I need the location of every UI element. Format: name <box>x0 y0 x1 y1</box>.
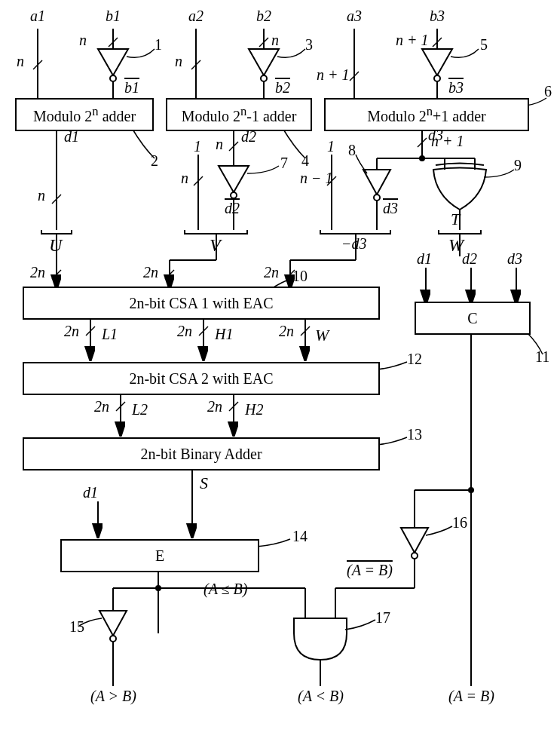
width-a2: n <box>175 53 182 70</box>
c-d1: d1 <box>417 250 432 268</box>
width-d2: n <box>216 136 223 153</box>
w-H2: 2n <box>207 398 222 415</box>
w-H1: 2n <box>177 323 192 340</box>
modulo-2n-adder: Modulo 2n adder <box>15 98 154 131</box>
ref-17: 17 <box>375 609 390 627</box>
label-b1: b1 <box>106 8 121 25</box>
sig-W: W <box>448 235 464 256</box>
ref-13: 13 <box>407 426 422 443</box>
modulo-2n-p1-adder: Modulo 2n+1 adder <box>324 98 529 131</box>
width-d1: n <box>38 187 45 204</box>
sig-minus-d3: −d3 <box>341 235 367 253</box>
ref-1: 1 <box>155 36 162 54</box>
aeqb-bar: (A = B) <box>347 562 393 579</box>
ref-11: 11 <box>535 348 549 366</box>
w-L2: 2n <box>94 398 109 415</box>
ref-16: 16 <box>452 514 467 532</box>
c-d3: d3 <box>507 250 522 268</box>
sig-U: U <box>49 235 62 256</box>
ref-4: 4 <box>301 152 309 170</box>
b1bar: b1 <box>124 79 139 97</box>
sig-H2: H2 <box>245 401 263 418</box>
binary-adder-box: 2n-bit Binary Adder <box>23 437 380 470</box>
width-b1: n <box>79 32 87 49</box>
svg-point-31 <box>374 195 380 201</box>
res-aeqb: (A = B) <box>448 688 494 705</box>
width-d3: n + 1 <box>431 133 464 150</box>
svg-point-79 <box>412 553 418 559</box>
sig-W2: W <box>315 326 329 345</box>
label-a1: a1 <box>30 8 45 25</box>
label-b3: b3 <box>430 8 445 25</box>
ref-8: 8 <box>348 142 356 159</box>
b3bar: b3 <box>448 79 464 97</box>
sig-T: T <box>451 210 460 229</box>
modulo-2n-1-adder: Modulo 2n-1 adder <box>166 98 312 131</box>
C-box: C <box>415 302 531 335</box>
res-altb: (A < B) <box>298 688 344 705</box>
ref-14: 14 <box>292 528 308 545</box>
d3bar: d3 <box>383 200 398 217</box>
width-a3: n + 1 <box>317 66 350 84</box>
sig-H1: H1 <box>215 326 233 343</box>
svg-point-10 <box>261 75 267 81</box>
width-md3: 2n <box>264 264 279 281</box>
d2bar: d2 <box>225 200 240 217</box>
ref-10: 10 <box>292 268 308 285</box>
sig-L1: L1 <box>102 326 118 343</box>
width-1d3: n − 1 <box>300 170 333 187</box>
sig-L2: L2 <box>132 401 148 418</box>
b2bar: b2 <box>275 79 290 97</box>
res-agtb: (A > B) <box>90 688 136 705</box>
c-d2: d2 <box>462 250 477 268</box>
svg-point-16 <box>434 75 440 81</box>
csa1-box: 2n-bit CSA 1 with EAC <box>23 287 380 320</box>
circuit-diagram: a1 b1 a2 b2 a3 b3 n n n n n + 1 n + 1 b1… <box>8 8 550 746</box>
width-1v: n <box>181 170 188 187</box>
svg-point-22 <box>231 192 237 198</box>
width-U: 2n <box>30 264 45 281</box>
sig-V: V <box>210 235 221 256</box>
width-b2: n <box>271 32 279 49</box>
E-box: E <box>60 539 259 572</box>
label-a3: a3 <box>347 8 362 25</box>
const1-v: 1 <box>194 138 201 155</box>
sig-d1-E: d1 <box>83 484 98 501</box>
ref-9: 9 <box>514 157 522 174</box>
res-aleb: (A ≤ B) <box>203 581 247 598</box>
ref-15: 15 <box>69 618 84 636</box>
ref-6: 6 <box>544 83 552 100</box>
w-L1: 2n <box>64 323 79 340</box>
ref-2: 2 <box>151 152 158 170</box>
w-W: 2n <box>279 323 294 340</box>
label-b2: b2 <box>256 8 271 25</box>
ref-3: 3 <box>305 36 313 54</box>
const1-d3: 1 <box>327 138 335 155</box>
svg-point-68 <box>110 636 116 642</box>
label-a2: a2 <box>188 8 203 25</box>
svg-point-4 <box>110 75 116 81</box>
sig-S: S <box>200 474 208 493</box>
ref-7: 7 <box>280 155 288 172</box>
width-a1: n <box>17 53 24 70</box>
width-b3: n + 1 <box>396 32 429 49</box>
csa2-box: 2n-bit CSA 2 with EAC <box>23 362 380 395</box>
ref-5: 5 <box>480 36 488 54</box>
ref-12: 12 <box>407 351 422 368</box>
width-V: 2n <box>143 264 158 281</box>
